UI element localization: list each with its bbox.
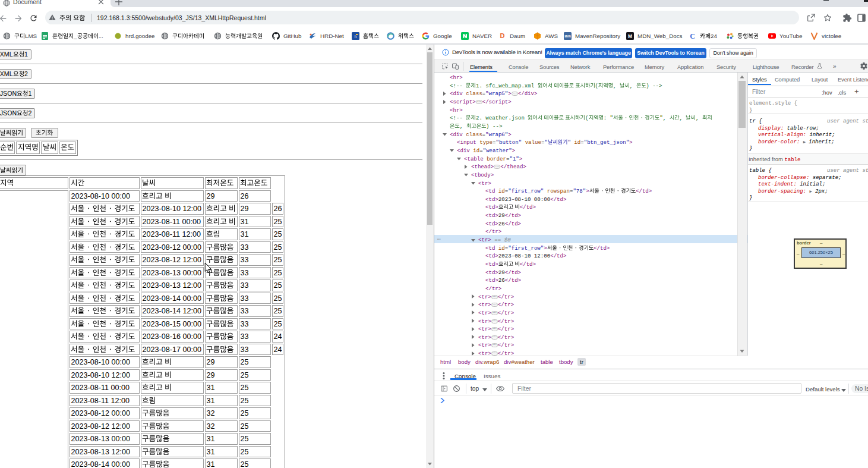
svg-text:D: D xyxy=(500,32,505,39)
svg-text:M: M xyxy=(628,33,632,39)
svg-text:C: C xyxy=(690,32,695,40)
svg-text:MVN: MVN xyxy=(564,35,571,38)
